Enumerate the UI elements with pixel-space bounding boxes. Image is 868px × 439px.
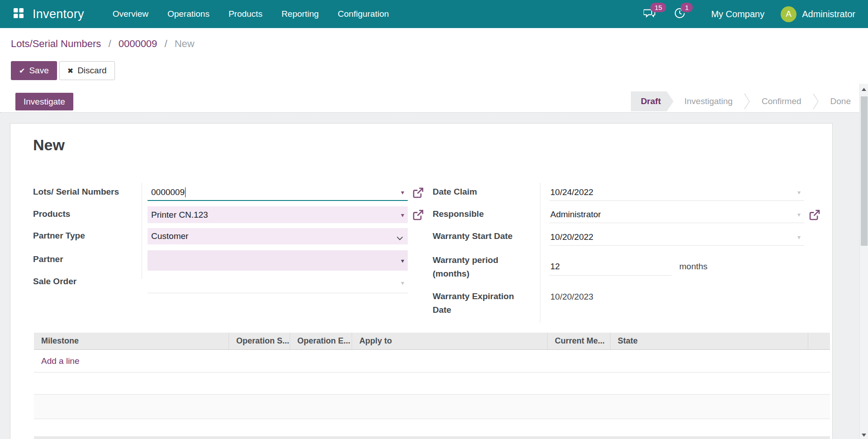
select-chevron-icon [396,234,403,242]
scroll-up-arrow-icon[interactable] [862,88,866,91]
dropdown-caret-icon[interactable]: ▾ [797,234,801,241]
label-products: Products [33,207,138,221]
vertical-scrollbar[interactable] [859,84,868,439]
apps-grid-icon [14,8,24,20]
partner-field[interactable]: ▾ [148,250,408,271]
warranty-expiration-date-value: 10/20/2023 [550,292,593,302]
step-confirmed[interactable]: Confirmed [751,96,812,106]
discard-button-label: Discard [77,66,106,76]
table-row: Add a line [34,350,830,372]
partner-type-value: Customer [151,231,188,241]
text-cursor [185,187,186,197]
menu-overview[interactable]: Overview [103,0,158,28]
label-partner-type: Partner Type [33,229,138,243]
warranty-period-input[interactable]: 12 [549,258,672,276]
milestones-table-header: Milestone Operation S... Operation E... … [34,333,830,350]
table-row [34,395,830,419]
lots-serial-number-input[interactable]: 0000009 ▾ [148,184,408,201]
label-partner: Partner [33,253,138,266]
step-investigating[interactable]: Investigating [673,96,744,106]
record-title: New [33,136,65,154]
dropdown-caret-icon[interactable]: ▾ [797,189,801,196]
menu-operations[interactable]: Operations [158,0,219,28]
scroll-down-arrow-icon[interactable] [862,434,866,437]
control-panel: Lots/Serial Numbers / 0000009 / New ✔ Sa… [0,28,868,113]
external-link-icon[interactable] [412,209,424,223]
breadcrumb-separator: / [108,38,111,49]
app-name: Inventory [33,7,84,21]
date-claim-value: 10/24/2022 [550,187,593,197]
scrollbar-thumb[interactable] [861,96,868,246]
products-field[interactable]: Printer CN.123 ▾ [148,206,408,223]
menu-reporting[interactable]: Reporting [272,0,328,28]
messages-button[interactable]: 15 [644,7,656,21]
label-warranty-expiration-date: Warranty Expiration Date [433,290,525,317]
warranty-start-date-value: 10/20/2022 [550,232,593,242]
partner-type-select[interactable]: Customer [148,228,408,244]
column-operation-start: Operation S... [229,333,290,349]
column-current-measure: Current Me... [548,333,610,349]
table-row [34,419,830,436]
breadcrumb: Lots/Serial Numbers / 0000009 / New [11,38,195,50]
messages-count-badge: 15 [650,3,666,12]
warranty-period-value: 12 [550,262,560,272]
responsible-field[interactable]: Administrator ▾ [549,206,804,223]
main-menu: Overview Operations Products Reporting C… [103,0,399,28]
group-separator [540,183,540,323]
statusbar-steps: Draft Investigating Confirmed Done [631,91,851,111]
label-responsible: Responsible [433,207,536,221]
label-warranty-start-date: Warranty Start Date [433,229,536,243]
cross-icon: ✖ [67,67,73,75]
add-a-line-link[interactable]: Add a line [41,356,80,366]
activities-count-badge: 1 [681,3,692,12]
external-link-icon[interactable] [809,209,820,223]
external-link-icon[interactable] [412,187,424,200]
chevron-right-icon [744,91,751,111]
warranty-period-unit: months [679,262,707,272]
column-state: State [610,333,808,349]
responsible-value: Administrator [550,210,601,220]
breadcrumb-lots-serial-numbers[interactable]: Lots/Serial Numbers [11,38,101,49]
label-warranty-period: Warranty period (months) [433,253,525,281]
date-claim-field[interactable]: 10/24/2022 ▾ [549,184,804,201]
screen: Inventory Overview Operations Products R… [0,0,868,439]
menu-configuration[interactable]: Configuration [328,0,398,28]
form-view: New Lots/ Serial Numbers Products Partne… [0,113,868,439]
label-date-claim: Date Claim [433,185,536,199]
breadcrumb-current: New [175,38,195,49]
warranty-start-date-field[interactable]: 10/20/2022 ▾ [549,229,804,246]
table-row [34,372,830,395]
save-button[interactable]: ✔ Save [11,61,57,80]
topbar-right: 15 1 My Company A Administrator [644,6,855,22]
step-done[interactable]: Done [820,96,851,106]
column-milestone: Milestone [34,333,229,349]
action-buttons: ✔ Save ✖ Discard [11,61,115,80]
activities-button[interactable]: 1 [674,7,686,21]
form-sheet: New Lots/ Serial Numbers Products Partne… [10,123,833,439]
dropdown-caret-icon[interactable]: ▾ [401,257,404,264]
apps-menu-button[interactable] [14,8,24,20]
dropdown-caret-icon[interactable]: ▾ [401,279,404,286]
sale-order-field[interactable]: ▾ [148,273,408,293]
label-lots-serial-numbers: Lots/ Serial Numbers [33,185,138,199]
user-menu[interactable]: A Administrator [781,6,855,22]
column-actions [808,333,830,349]
top-nav-bar: Inventory Overview Operations Products R… [0,0,868,28]
check-icon: ✔ [19,67,25,75]
user-name: Administrator [802,9,855,19]
milestones-table: Milestone Operation S... Operation E... … [34,333,830,439]
dropdown-caret-icon[interactable]: ▾ [401,211,404,219]
lots-serial-number-value: 0000009 [151,187,185,197]
breadcrumb-separator: / [164,38,167,49]
dropdown-caret-icon[interactable]: ▾ [401,189,404,196]
dropdown-caret-icon[interactable]: ▾ [797,211,801,218]
investigate-button[interactable]: Investigate [15,93,73,110]
products-value: Printer CN.123 [151,210,208,220]
menu-products[interactable]: Products [219,0,272,28]
company-switcher[interactable]: My Company [711,9,764,19]
discard-button[interactable]: ✖ Discard [59,61,115,80]
breadcrumb-record[interactable]: 0000009 [119,38,157,49]
label-sale-order: Sale Order [33,275,138,288]
step-draft[interactable]: Draft [631,91,673,111]
save-button-label: Save [29,66,48,76]
